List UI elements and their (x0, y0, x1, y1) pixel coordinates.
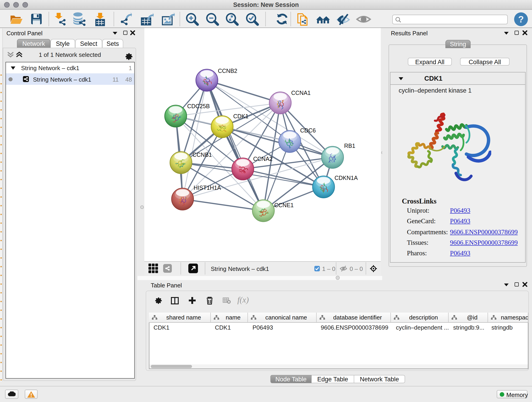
svg-text:CDC25B: CDC25B (187, 103, 210, 109)
svg-text:CDKN1A: CDKN1A (335, 175, 358, 181)
svg-text:CCNA2: CCNA2 (253, 156, 273, 162)
svg-text:CDC6: CDC6 (300, 127, 316, 134)
svg-text:RB1: RB1 (344, 143, 355, 149)
svg-text:CCNE1: CCNE1 (274, 202, 294, 208)
svg-text:CCNB1: CCNB1 (192, 152, 212, 158)
svg-text:?: ? (518, 14, 524, 24)
svg-text:CCNB2: CCNB2 (218, 68, 237, 74)
svg-text:CCNA1: CCNA1 (291, 89, 311, 96)
svg-text:CDK1: CDK1 (233, 113, 249, 119)
svg-text:HIST1H1A: HIST1H1A (194, 185, 221, 191)
